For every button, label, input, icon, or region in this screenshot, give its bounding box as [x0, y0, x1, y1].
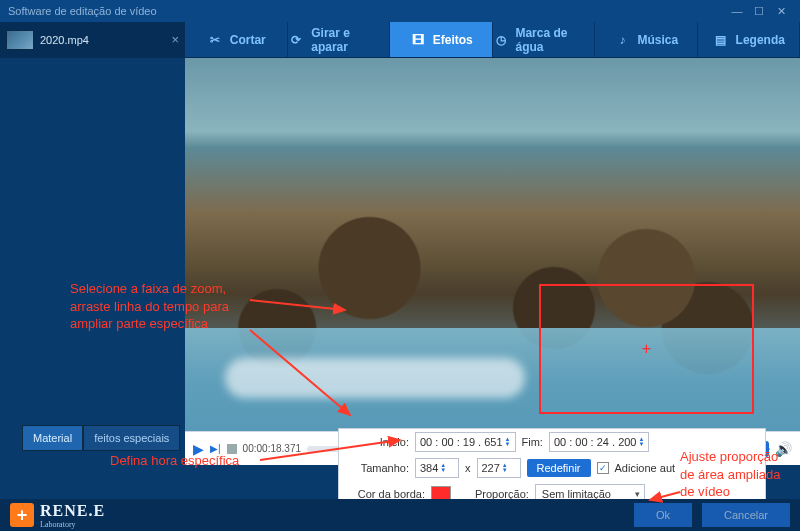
title-bar: Software de editação de vídeo — ☐ ✕	[0, 0, 800, 22]
tab-subtitle-label: Legenda	[736, 33, 785, 47]
volume-icon[interactable]: 🔊	[775, 441, 792, 457]
tab-cut[interactable]: ✂ Cortar	[185, 22, 288, 57]
close-window-button[interactable]: ✕	[770, 5, 792, 18]
scissors-icon: ✂	[206, 31, 224, 49]
start-label: Início:	[349, 436, 409, 448]
tab-effects-label: Efeitos	[433, 33, 473, 47]
tab-watermark-label: Marca de água	[515, 26, 594, 54]
tab-subtitle[interactable]: ▤ Legenda	[698, 22, 801, 57]
footer-bar: RENE.E Laboratory Ok Cancelar	[0, 499, 800, 531]
main-area: Material feitos especiais + ▶ ▶| 00:00:1…	[0, 58, 800, 465]
editor-toolbar: 2020.mp4 × ✂ Cortar ⟳ Girar e aparar 🎞 E…	[0, 22, 800, 58]
minimize-button[interactable]: —	[726, 5, 748, 17]
height-input[interactable]: 227▲▼	[477, 458, 521, 478]
brand-icon	[10, 503, 34, 527]
ok-button[interactable]: Ok	[634, 503, 692, 527]
left-panel: Material feitos especiais	[0, 58, 185, 465]
cancel-button[interactable]: Cancelar	[702, 503, 790, 527]
rotate-icon: ⟳	[288, 31, 306, 49]
material-tabs: Material feitos especiais	[22, 425, 180, 451]
file-chip[interactable]: 2020.mp4 ×	[0, 22, 185, 57]
brand-logo: RENE.E Laboratory	[10, 502, 105, 529]
play-button[interactable]: ▶	[193, 441, 204, 457]
subtitle-icon: ▤	[712, 31, 730, 49]
tab-music[interactable]: ♪ Música	[595, 22, 698, 57]
close-file-icon[interactable]: ×	[171, 32, 179, 47]
auto-add-checkbox[interactable]: ✓	[597, 462, 609, 474]
time-current: 00:00:18.371	[243, 443, 301, 454]
spin-down-icon: ▼	[505, 442, 511, 447]
app-title: Software de editação de vídeo	[8, 5, 157, 17]
tab-cut-label: Cortar	[230, 33, 266, 47]
auto-add-label: Adicione aut	[615, 462, 676, 474]
end-time-input[interactable]: 00 : 00 : 24 . 200▲▼	[549, 432, 650, 452]
start-time-input[interactable]: 00 : 00 : 19 . 651▲▼	[415, 432, 516, 452]
video-viewer: + ▶ ▶| 00:00:18.371 00:00:19.651-00:00:2…	[185, 58, 800, 465]
crosshair-icon: +	[642, 340, 651, 358]
stamp-icon: ◷	[493, 31, 510, 49]
video-frame[interactable]: +	[185, 58, 800, 465]
tab-music-label: Música	[637, 33, 678, 47]
tool-tabs: ✂ Cortar ⟳ Girar e aparar 🎞 Efeitos ◷ Ma…	[185, 22, 800, 57]
file-thumbnail	[6, 30, 34, 50]
music-note-icon: ♪	[613, 31, 631, 49]
stop-button[interactable]	[227, 444, 237, 454]
film-icon: 🎞	[409, 31, 427, 49]
maximize-button[interactable]: ☐	[748, 5, 770, 18]
zoom-selection-box[interactable]: +	[539, 284, 754, 414]
tab-material[interactable]: Material	[22, 425, 83, 451]
width-input[interactable]: 384▲▼	[415, 458, 459, 478]
tab-rotate[interactable]: ⟳ Girar e aparar	[288, 22, 391, 57]
tab-rotate-label: Girar e aparar	[311, 26, 389, 54]
size-label: Tamanho:	[349, 462, 409, 474]
brand-subtitle: Laboratory	[40, 520, 105, 529]
tab-watermark[interactable]: ◷ Marca de água	[493, 22, 596, 57]
reset-button[interactable]: Redefinir	[527, 459, 591, 477]
step-button[interactable]: ▶|	[210, 443, 221, 454]
tab-effects[interactable]: 🎞 Efeitos	[390, 22, 493, 57]
end-label: Fim:	[522, 436, 543, 448]
file-name: 2020.mp4	[40, 34, 89, 46]
brand-name: RENE.E	[40, 502, 105, 520]
tab-special-effects[interactable]: feitos especiais	[83, 425, 180, 451]
